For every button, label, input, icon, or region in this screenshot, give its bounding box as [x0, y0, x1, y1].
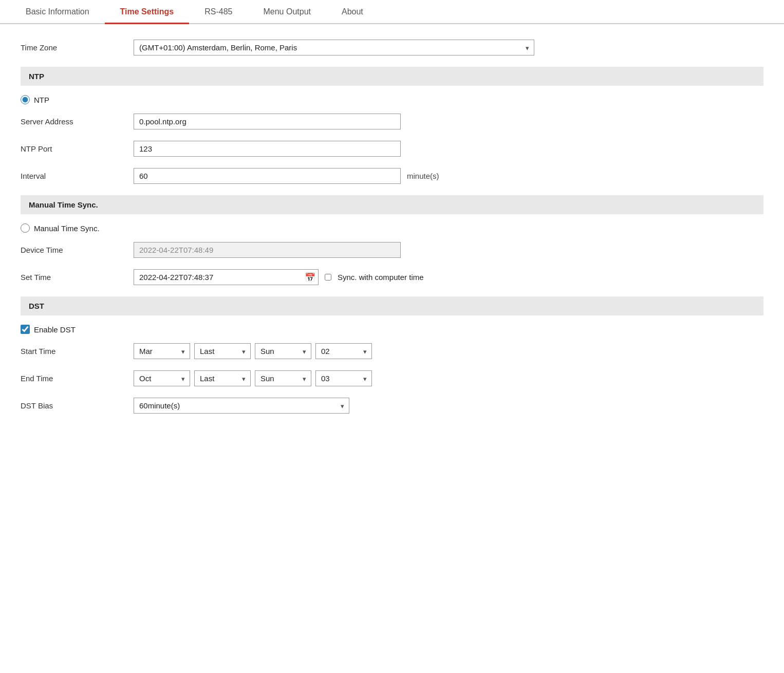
manual-radio[interactable] — [21, 223, 30, 233]
main-content: Time Zone (GMT+01:00) Amsterdam, Berlin,… — [0, 24, 784, 440]
ntp-radio-label: NTP — [34, 96, 49, 104]
enable-dst-checkbox[interactable] — [21, 325, 30, 334]
set-time-label: Set Time — [21, 273, 134, 282]
dst-bias-row: DST Bias 60minute(s)30minute(s)90minute(… — [21, 398, 763, 414]
server-address-label: Server Address — [21, 117, 134, 126]
set-time-input[interactable] — [134, 269, 319, 285]
dst-start-time-row: Start Time JanFebMarAprMayJunJulAugSepOc… — [21, 343, 763, 359]
timezone-row: Time Zone (GMT+01:00) Amsterdam, Berlin,… — [21, 40, 763, 55]
dst-section-header: DST — [21, 296, 763, 315]
set-time-wrapper: 📅 — [134, 269, 319, 285]
ntp-radio-row: NTP — [21, 95, 763, 104]
tab-time-settings[interactable]: Time Settings — [105, 0, 190, 24]
ntp-port-input[interactable] — [134, 141, 401, 157]
ntp-port-row: NTP Port — [21, 141, 763, 157]
end-hour-wrapper: 0001020304050607080910111213141516171819… — [315, 370, 372, 386]
end-week-select[interactable]: FirstSecondThirdLast — [194, 370, 251, 386]
start-day-wrapper: SunMonTueWedThuFriSat — [255, 343, 311, 359]
enable-dst-row: Enable DST — [21, 325, 763, 334]
start-month-select[interactable]: JanFebMarAprMayJunJulAugSepOctNovDec — [134, 343, 190, 359]
enable-dst-label: Enable DST — [34, 325, 76, 334]
start-hour-wrapper: 0001020304050607080910111213141516171819… — [315, 343, 372, 359]
dst-end-dropdowns: JanFebMarAprMayJunJulAugSepOctNovDec Fir… — [134, 370, 372, 386]
manual-radio-label: Manual Time Sync. — [34, 224, 100, 233]
start-day-select[interactable]: SunMonTueWedThuFriSat — [255, 343, 311, 359]
interval-label: Interval — [21, 172, 134, 180]
device-time-label: Device Time — [21, 246, 134, 254]
ntp-port-label: NTP Port — [21, 144, 134, 153]
timezone-select[interactable]: (GMT+01:00) Amsterdam, Berlin, Rome, Par… — [134, 40, 534, 55]
calendar-icon[interactable]: 📅 — [305, 272, 315, 283]
server-address-row: Server Address — [21, 114, 763, 129]
dst-bias-label: DST Bias — [21, 401, 134, 410]
tab-rs485[interactable]: RS-485 — [189, 0, 248, 24]
dst-end-time-row: End Time JanFebMarAprMayJunJulAugSepOctN… — [21, 370, 763, 386]
end-week-wrapper: FirstSecondThirdLast — [194, 370, 251, 386]
end-day-wrapper: SunMonTueWedThuFriSat — [255, 370, 311, 386]
manual-radio-row: Manual Time Sync. — [21, 223, 763, 233]
ntp-section-header: NTP — [21, 67, 763, 86]
dst-end-time-label: End Time — [21, 374, 134, 383]
manual-section-header: Manual Time Sync. — [21, 195, 763, 214]
end-day-select[interactable]: SunMonTueWedThuFriSat — [255, 370, 311, 386]
set-time-controls: 📅 Sync. with computer time — [134, 269, 424, 285]
tab-about[interactable]: About — [326, 0, 379, 24]
device-time-row: Device Time — [21, 242, 763, 258]
interval-suffix: minute(s) — [407, 172, 439, 180]
start-week-wrapper: FirstSecondThirdLast — [194, 343, 251, 359]
set-time-row: Set Time 📅 Sync. with computer time — [21, 269, 763, 285]
tab-menu-output[interactable]: Menu Output — [248, 0, 326, 24]
dst-bias-select[interactable]: 60minute(s)30minute(s)90minute(s) — [134, 398, 349, 414]
server-address-input[interactable] — [134, 114, 401, 129]
dst-bias-wrapper: 60minute(s)30minute(s)90minute(s) — [134, 398, 349, 414]
interval-input[interactable] — [134, 168, 401, 184]
timezone-label: Time Zone — [21, 43, 134, 52]
sync-computer-time-label: Sync. with computer time — [338, 273, 424, 282]
start-month-wrapper: JanFebMarAprMayJunJulAugSepOctNovDec — [134, 343, 190, 359]
device-time-input — [134, 242, 401, 258]
dst-start-time-label: Start Time — [21, 347, 134, 356]
end-month-select[interactable]: JanFebMarAprMayJunJulAugSepOctNovDec — [134, 370, 190, 386]
timezone-select-wrapper: (GMT+01:00) Amsterdam, Berlin, Rome, Par… — [134, 40, 534, 55]
ntp-radio[interactable] — [21, 95, 30, 104]
start-hour-select[interactable]: 0001020304050607080910111213141516171819… — [315, 343, 372, 359]
start-week-select[interactable]: FirstSecondThirdLast — [194, 343, 251, 359]
tab-bar: Basic Information Time Settings RS-485 M… — [0, 0, 784, 24]
end-hour-select[interactable]: 0001020304050607080910111213141516171819… — [315, 370, 372, 386]
end-month-wrapper: JanFebMarAprMayJunJulAugSepOctNovDec — [134, 370, 190, 386]
dst-start-dropdowns: JanFebMarAprMayJunJulAugSepOctNovDec Fir… — [134, 343, 372, 359]
sync-computer-time-checkbox[interactable] — [325, 274, 331, 281]
interval-row: Interval minute(s) — [21, 168, 763, 184]
tab-basic-information[interactable]: Basic Information — [10, 0, 105, 24]
